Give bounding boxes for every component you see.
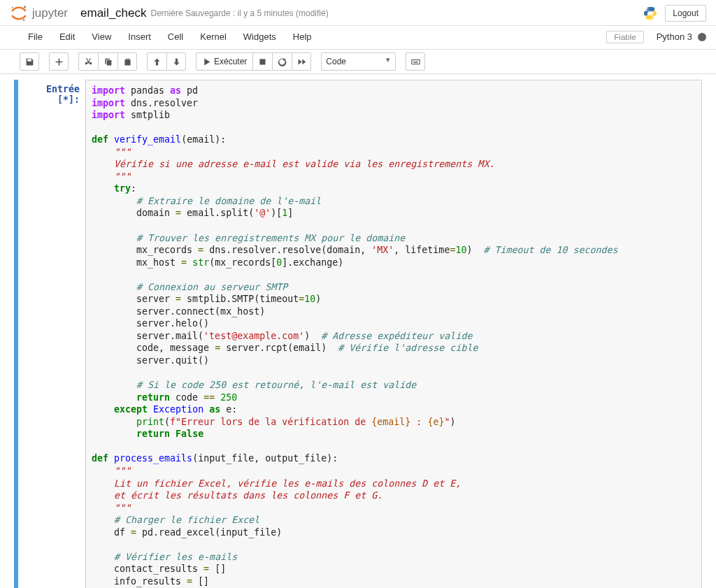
cell-running-indicator <box>14 80 18 588</box>
svg-point-1 <box>12 7 13 8</box>
move-group <box>147 52 186 71</box>
keyboard-icon <box>411 57 420 66</box>
copy-icon <box>103 57 113 66</box>
save-status: Dernière Sauvegarde : il y a 5 minutes (… <box>151 8 329 18</box>
toolbar: Exécuter Code <box>0 50 716 74</box>
menu-widgets[interactable]: Widgets <box>235 27 285 46</box>
svg-rect-6 <box>412 59 420 64</box>
paste-button[interactable] <box>117 52 137 71</box>
interrupt-button[interactable] <box>252 52 272 71</box>
code-input-area[interactable]: import pandas as pd import dns.resolver … <box>85 80 702 588</box>
svg-rect-10 <box>417 60 417 61</box>
restart-run-all-button[interactable] <box>292 52 311 71</box>
header-bar: jupyter email_check Dernière Sauvegarde … <box>0 0 716 26</box>
move-down-button[interactable] <box>166 52 186 71</box>
svg-point-4 <box>652 17 654 19</box>
celltype-select-wrap: Code <box>321 52 396 71</box>
cut-button[interactable] <box>78 52 98 71</box>
run-button-label: Exécuter <box>214 57 247 66</box>
jupyter-logo[interactable]: jupyter <box>10 4 68 22</box>
svg-rect-7 <box>413 60 413 61</box>
jupyter-icon <box>10 4 28 22</box>
arrow-down-icon <box>172 57 181 66</box>
menu-help[interactable]: Help <box>285 27 320 46</box>
save-button[interactable] <box>20 52 39 71</box>
menu-cell[interactable]: Cell <box>159 27 192 46</box>
fast-forward-icon <box>297 57 306 66</box>
menu-edit[interactable]: Edit <box>51 27 83 46</box>
restart-icon <box>278 57 287 66</box>
notebook-area: Entrée [*]: import pandas as pd import d… <box>0 74 716 588</box>
input-prompt: Entrée [*]: <box>21 80 85 588</box>
kernel-status-dot-icon <box>698 33 706 41</box>
save-icon <box>25 57 34 66</box>
menu-view[interactable]: View <box>83 27 120 46</box>
svg-rect-9 <box>415 60 416 61</box>
move-up-button[interactable] <box>147 52 166 71</box>
svg-point-0 <box>24 6 26 8</box>
code-content[interactable]: import pandas as pd import dns.resolver … <box>92 85 696 588</box>
notebook-name[interactable]: email_check <box>80 6 147 20</box>
python-icon <box>643 6 658 21</box>
kernel-indicator[interactable]: Python 3 <box>657 31 706 42</box>
menu-file[interactable]: File <box>20 27 51 46</box>
menu-insert[interactable]: Insert <box>120 27 159 46</box>
arrow-up-icon <box>152 57 162 66</box>
svg-point-3 <box>647 8 649 10</box>
jupyter-logo-text: jupyter <box>32 6 68 20</box>
svg-point-2 <box>23 19 25 21</box>
clipboard-group <box>78 52 137 71</box>
command-palette-button[interactable] <box>406 52 425 71</box>
celltype-select[interactable]: Code <box>321 52 396 71</box>
trusted-badge[interactable]: Fiable <box>606 31 643 43</box>
run-group: Exécuter <box>196 52 311 71</box>
svg-rect-8 <box>414 60 415 61</box>
kernel-name: Python 3 <box>657 31 692 42</box>
svg-rect-5 <box>260 59 266 64</box>
logout-button[interactable]: Logout <box>665 5 706 22</box>
menu-bar: File Edit View Insert Cell Kernel Widget… <box>0 26 716 50</box>
menu-kernel[interactable]: Kernel <box>192 27 235 46</box>
plus-icon <box>55 57 64 66</box>
cut-icon <box>84 57 93 66</box>
svg-rect-11 <box>414 62 418 62</box>
paste-icon <box>123 57 132 66</box>
play-icon <box>202 57 211 66</box>
copy-button[interactable] <box>98 52 117 71</box>
run-button[interactable]: Exécuter <box>196 52 252 71</box>
add-cell-button[interactable] <box>49 52 69 71</box>
stop-icon <box>258 57 267 66</box>
restart-button[interactable] <box>272 52 292 71</box>
code-cell[interactable]: Entrée [*]: import pandas as pd import d… <box>14 80 702 588</box>
